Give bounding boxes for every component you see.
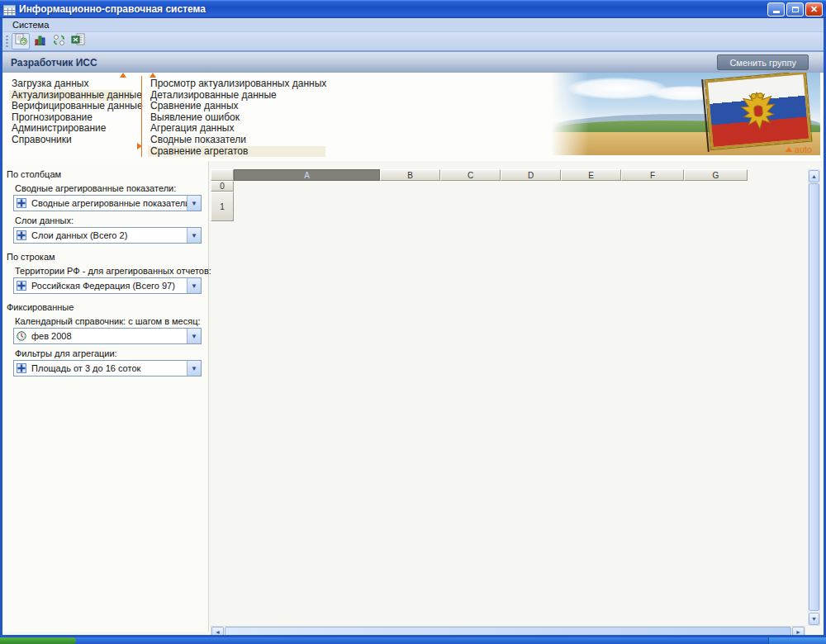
column-header-E[interactable]: E	[561, 169, 621, 181]
chevron-down-icon[interactable]: ▼	[187, 278, 201, 293]
nav-item[interactable]: Сравнение агрегатов	[148, 146, 325, 158]
filter-dropdown[interactable]: фев 2008▼	[13, 328, 202, 344]
bar-chart-icon	[34, 34, 46, 50]
vertical-scrollbar[interactable]: ▲ ▼	[808, 169, 820, 626]
toolbar-button-2[interactable]	[31, 33, 49, 50]
nav-item[interactable]: Администрирование	[9, 123, 133, 135]
filter-sidebar: По столбцамСводные агрегированные показа…	[2, 161, 209, 632]
nav-item[interactable]: Прогнозирование	[9, 112, 133, 124]
column-header-F[interactable]: F	[621, 169, 684, 181]
nav-left-list: Загрузка данныхАктуализированные данныеВ…	[9, 78, 133, 146]
dropdown-selected-value: Российская Федерация (Всего 97)	[31, 281, 187, 291]
column-header-G[interactable]: G	[684, 169, 748, 181]
group-title: Разработчик ИСС	[11, 57, 97, 69]
chevron-down-icon[interactable]: ▼	[187, 361, 201, 376]
minimize-button[interactable]	[767, 2, 785, 17]
column-header-A[interactable]: A	[234, 169, 380, 181]
dropdown-selected-value: Слои данных (Всего 2)	[31, 230, 187, 240]
title-bar: Информационно-справочная система ✕	[0, 0, 826, 18]
toolbar-button-4[interactable]	[69, 33, 87, 50]
auto-label[interactable]: auto	[786, 144, 812, 154]
layers-icon	[16, 280, 28, 292]
exchange-icon	[53, 34, 65, 50]
group-header: Разработчик ИСС Сменить группу	[2, 50, 824, 73]
nav-item[interactable]: Справочники	[9, 135, 133, 146]
layers-icon	[16, 362, 28, 375]
dropdown-selected-value: фев 2008	[31, 331, 187, 341]
grid-header: ABCDEFG01	[211, 169, 748, 221]
data-grid: ABCDEFG01	[211, 169, 748, 626]
row-header-0[interactable]: 0	[211, 181, 234, 192]
clock-icon	[16, 330, 28, 343]
dropdown-selected-value: Площадь от 3 до 16 соток	[31, 363, 187, 373]
nav-right-list: Просмотр актуализированных данныхДетализ…	[148, 78, 325, 157]
application-window: Информационно-справочная система ✕ Систе…	[0, 0, 826, 644]
filter-dropdown[interactable]: Слои данных (Всего 2)▼	[13, 227, 202, 244]
column-header-B[interactable]: B	[380, 169, 440, 181]
navigation-area: Загрузка данныхАктуализированные данныеВ…	[2, 73, 824, 161]
selection-arrow-icon	[137, 143, 142, 149]
system-tray	[768, 637, 826, 644]
scroll-up-button[interactable]: ▲	[809, 170, 819, 182]
nav-item[interactable]: Детализированные данные	[148, 90, 325, 102]
nav-item[interactable]: Агрегация данных	[148, 123, 325, 135]
restore-button[interactable]	[786, 2, 804, 17]
nav-item[interactable]: Загрузка данных	[9, 78, 133, 90]
row-header-1[interactable]: 1	[211, 192, 234, 221]
close-button[interactable]: ✕	[805, 2, 823, 17]
nav-item[interactable]: Сравнение данных	[148, 101, 325, 112]
filter-field-label: Сводные агрегированные показатели:	[15, 183, 208, 193]
window-title: Информационно-справочная система	[19, 3, 206, 15]
nav-item[interactable]: Верифицированные данные	[9, 101, 133, 112]
filter-field-label: Слои данных:	[15, 215, 208, 225]
refresh-data-icon	[14, 33, 28, 50]
sidebar-section-title: По столбцам	[7, 169, 208, 179]
taskbar	[0, 637, 826, 644]
filter-field-label: Календарный справочник: с шагом в месяц:	[15, 316, 208, 326]
chevron-down-icon[interactable]: ▼	[187, 228, 201, 243]
sidebar-section-title: Фиксированные	[7, 302, 208, 312]
auto-arrow-icon	[786, 147, 792, 152]
filter-dropdown[interactable]: Сводные агрегированные показатели (Всего…	[13, 195, 202, 211]
toolbar-button-3[interactable]	[50, 33, 68, 50]
russian-flag	[705, 73, 812, 149]
start-button[interactable]	[0, 637, 76, 644]
layers-icon	[16, 197, 28, 210]
menu-bar: Система	[2, 18, 824, 32]
column-header-D[interactable]: D	[501, 169, 561, 181]
excel-export-icon	[71, 33, 85, 50]
nav-item[interactable]: Сводные показатели	[148, 135, 325, 146]
window-border-left	[0, 18, 2, 637]
toolbar-grip[interactable]	[6, 36, 8, 47]
column-header-C[interactable]: C	[440, 169, 501, 181]
dropdown-selected-value: Сводные агрегированные показатели (Всего…	[31, 198, 187, 208]
filter-dropdown[interactable]: Российская Федерация (Всего 97)▼	[13, 277, 202, 294]
change-group-button[interactable]: Сменить группу	[717, 54, 809, 70]
grid-body	[211, 221, 748, 626]
coat-of-arms-icon	[738, 88, 779, 134]
layers-icon	[16, 230, 28, 242]
filter-field-label: Территории РФ - для агрегированных отчет…	[15, 266, 208, 276]
toolbar-button-1[interactable]	[12, 33, 30, 50]
app-icon	[3, 4, 16, 15]
grid-corner-cell[interactable]	[211, 169, 234, 181]
sidebar-section-title: По строкам	[7, 252, 208, 262]
scroll-down-button[interactable]: ▼	[809, 613, 819, 625]
nav-item[interactable]: Актуализированные данные	[9, 90, 133, 102]
menu-item-system[interactable]: Система	[7, 19, 54, 31]
filter-dropdown[interactable]: Площадь от 3 до 16 соток▼	[13, 360, 202, 376]
vertical-scroll-thumb[interactable]	[809, 183, 819, 611]
chevron-down-icon[interactable]: ▼	[187, 196, 201, 211]
scroll-up-marker-icon[interactable]	[150, 73, 156, 78]
scroll-up-marker-icon[interactable]	[120, 73, 126, 78]
banner-photo: auto	[551, 73, 820, 155]
nav-item[interactable]: Просмотр актуализированных данных	[148, 78, 325, 90]
toolbar	[2, 32, 824, 50]
filter-field-label: Фильтры для агрегации:	[15, 348, 208, 358]
chevron-down-icon[interactable]: ▼	[187, 329, 201, 343]
nav-item[interactable]: Выявление ошибок	[148, 112, 325, 124]
